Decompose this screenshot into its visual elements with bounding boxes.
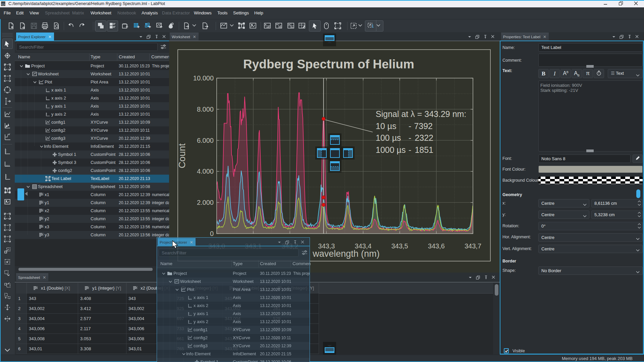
svg-text:4.000: 4.000 — [197, 168, 214, 175]
svg-text:6.000: 6.000 — [197, 137, 214, 144]
svg-text:10.000: 10.000 — [193, 74, 214, 82]
svg-text:343,6: 343,6 — [428, 242, 445, 250]
svg-text:343,7: 343,7 — [465, 242, 481, 250]
svg-text:343,5: 343,5 — [391, 242, 408, 250]
svg-text:1851: 1851 — [415, 145, 433, 155]
svg-text:-: - — [409, 133, 411, 142]
svg-text:Rydberg Spectrum of Helium: Rydberg Spectrum of Helium — [243, 57, 414, 71]
svg-text:wavelength (nm): wavelength (nm) — [312, 249, 380, 259]
svg-text:0: 0 — [210, 230, 214, 237]
svg-text:1: 1 — [372, 24, 374, 28]
svg-text:10 µs: 10 µs — [376, 121, 396, 131]
svg-text:100 µs: 100 µs — [376, 133, 401, 142]
svg-text:2.000: 2.000 — [197, 199, 214, 206]
svg-text:7392: 7392 — [414, 121, 433, 131]
svg-text:-: - — [409, 145, 411, 155]
svg-text:2322: 2322 — [415, 133, 433, 142]
svg-text:8.000: 8.000 — [197, 106, 214, 113]
svg-text:Signal at λ = 343.29 nm:: Signal at λ = 343.29 nm: — [376, 109, 466, 119]
svg-text:Count: Count — [177, 143, 187, 168]
svg-text:-: - — [409, 121, 411, 131]
svg-text:1000 µs: 1000 µs — [376, 145, 406, 155]
